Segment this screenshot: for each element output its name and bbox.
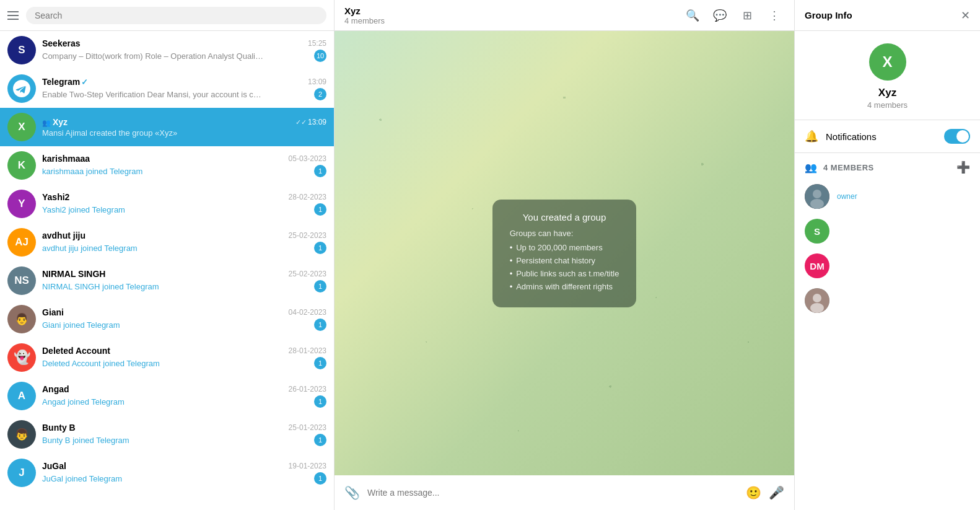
poll-icon-btn[interactable]: 💬 [710,6,730,25]
info-point: Public links such as t.me/title [510,269,619,278]
chat-time-xyz: ✓✓13:09 [295,118,326,126]
chat-item-karishmaaa[interactable]: Kkarishmaaa05-03-2023karishmaaa joined T… [0,146,334,185]
badge-yashi2: 1 [314,203,326,216]
avatar-deleted: 👻 [7,343,36,372]
chat-info-jugal: JuGal19-01-2023JuGal joined Telegram1 [42,461,326,485]
chat-name-avdhut: avdhut jiju [42,231,85,240]
chat-preview-deleted: Deleted Account joined Telegram [42,359,160,368]
chat-item-giani[interactable]: 👨Giani04-02-2023Giani joined Telegram1 [0,300,334,338]
chat-header-name: Xyz [344,6,675,16]
badge-avdhut: 1 [314,242,326,254]
member-role-0: owner [837,192,970,201]
chat-time-jugal: 19-01-2023 [289,462,326,470]
chat-info-deleted: Deleted Account28-01-2023Deleted Account… [42,346,326,369]
chat-time-seekeras: 15:25 [308,39,326,48]
chat-preview-avdhut: avdhut jiju joined Telegram [42,244,138,253]
chat-item-yashi2[interactable]: YYashi228-02-2023Yashi2 joined Telegram1 [0,185,334,223]
chat-info-buntyb: Bunty B25-01-2023Bunty B joined Telegram… [42,423,326,446]
hamburger-icon[interactable] [7,11,19,20]
chat-info-angad: Angad26-01-2023Angad joined Telegram1 [42,384,326,408]
chat-item-angad[interactable]: AAngad26-01-2023Angad joined Telegram1 [0,377,334,415]
chat-time-buntyb: 25-01-2023 [289,423,326,432]
chat-preview-yashi2: Yashi2 joined Telegram [42,205,125,214]
chat-preview-seekeras: Company – Ditto(work from) Role – Operat… [42,51,265,61]
mic-button[interactable]: 🎤 [769,485,784,500]
chat-name-jugal: JuGal [42,461,66,471]
group-members-count: 4 members [867,100,908,110]
group-profile: X Xyz 4 members [795,31,980,120]
badge-karishmaaa: 1 [314,165,326,177]
members-header: 👥 4 MEMBERS ➕ [795,153,980,179]
chat-item-nirmal[interactable]: NSNIRMAL SINGH25-02-2023NIRMAL SINGH joi… [0,262,334,300]
add-member-button[interactable]: ➕ [956,160,970,174]
search-input[interactable] [26,7,326,24]
notifications-row: 🔔 Notifications [795,120,980,153]
member-avatar-0 [805,184,829,209]
avatar-jugal: J [7,459,36,487]
info-point: Persistent chat history [510,256,619,265]
verified-icon: ✓ [81,77,88,87]
member-info-0: owner [837,192,970,201]
chat-item-avdhut[interactable]: AJavdhut jiju25-02-2023avdhut jiju joine… [0,223,334,262]
chat-name-buntyb: Bunty B [42,423,76,433]
chat-info-yashi2: Yashi228-02-2023Yashi2 joined Telegram1 [42,192,326,216]
badge-seekeras: 10 [314,50,326,62]
chat-info-telegram: Telegram✓13:09Enable Two-Step Verificati… [42,77,326,100]
group-avatar: X [869,43,906,81]
chat-info-giani: Giani04-02-2023Giani joined Telegram1 [42,307,326,331]
chat-name-xyz: 👥Xyz [42,117,68,127]
chat-header-members: 4 members [344,16,675,25]
chat-time-deleted: 28-01-2023 [289,346,326,355]
chat-item-buntyb[interactable]: 👦Bunty B25-01-2023Bunty B joined Telegra… [0,415,334,454]
chat-item-telegram[interactable]: Telegram✓13:09Enable Two-Step Verificati… [0,69,334,108]
attach-button[interactable]: 📎 [344,485,360,500]
member-item-0[interactable]: owner [795,179,980,214]
info-point: Up to 200,000 members [510,243,619,252]
chat-time-yashi2: 28-02-2023 [289,193,326,201]
chat-preview-angad: Angad joined Telegram [42,397,125,407]
right-panel: Group Info ✕ X Xyz 4 members 🔔 Notificat… [794,0,980,510]
members-list: ownerSDM [795,179,980,318]
avatar-nirmal: NS [7,266,36,295]
chat-time-karishmaaa: 05-03-2023 [289,154,326,163]
layout-icon-btn[interactable]: ⊞ [737,6,757,25]
chat-item-deleted[interactable]: 👻Deleted Account28-01-2023Deleted Accoun… [0,338,334,377]
member-avatar-1: S [805,219,829,244]
avatar-karishmaaa: K [7,151,36,180]
bell-icon: 🔔 [805,130,818,143]
avatar-yashi2: Y [7,190,36,218]
notifications-label: Notifications [826,131,937,142]
avatar-giani: 👨 [7,305,36,333]
badge-telegram: 2 [314,88,326,100]
member-avatar-3 [805,288,829,313]
svg-point-4 [813,294,821,302]
right-panel-title: Group Info [805,10,852,20]
search-icon-btn[interactable]: 🔍 [683,6,702,25]
chat-item-jugal[interactable]: JJuGal19-01-2023JuGal joined Telegram1 [0,454,334,492]
avatar-seekeras: S [7,36,36,64]
avatar-telegram [7,74,36,103]
chat-list: SSeekeras15:25Company – Ditto(work from)… [0,31,334,510]
chat-preview-buntyb: Bunty B joined Telegram [42,436,129,445]
message-input[interactable] [367,488,738,498]
member-item-3[interactable] [795,283,980,318]
chat-item-seekeras[interactable]: SSeekeras15:25Company – Ditto(work from)… [0,31,334,69]
avatar-xyz: X [7,113,36,141]
chat-info-xyz: 👥Xyz✓✓13:09Mansi Ajimal created the grou… [42,117,326,138]
member-item-1[interactable]: S [795,214,980,248]
toggle-knob [956,130,969,143]
left-header [0,0,334,31]
chat-time-avdhut: 25-02-2023 [289,231,326,240]
chat-item-xyz[interactable]: X👥Xyz✓✓13:09Mansi Ajimal created the gro… [0,108,334,146]
more-icon-btn[interactable]: ⋮ [764,6,784,25]
close-button[interactable]: ✕ [961,9,970,22]
notifications-toggle[interactable] [944,129,970,144]
info-card-title: You created a group [510,212,619,222]
chat-time-angad: 26-01-2023 [289,385,326,393]
chat-name-deleted: Deleted Account [42,346,110,356]
chat-preview-karishmaaa: karishmaaa joined Telegram [42,167,142,176]
badge-nirmal: 1 [314,280,326,292]
member-item-2[interactable]: DM [795,248,980,283]
group-name: Xyz [878,87,896,99]
emoji-button[interactable]: 🙂 [746,485,761,500]
